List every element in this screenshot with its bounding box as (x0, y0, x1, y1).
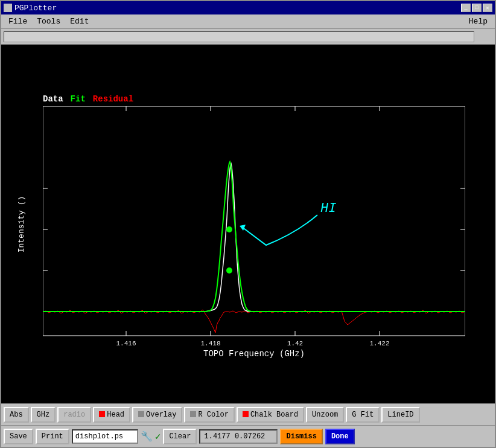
gfit-button[interactable]: G Fit (346, 407, 380, 423)
title-bar: PGPlotter _ □ ✕ (1, 1, 495, 14)
menu-file[interactable]: File (4, 16, 32, 27)
menu-edit[interactable]: Edit (65, 16, 94, 27)
window-title: PGPlotter (14, 4, 57, 13)
bottom-toolbar-1: Abs GHz radio Head Overlay R Color Chalk… (1, 403, 495, 425)
done-button[interactable]: Done (325, 429, 355, 444)
lineid-button[interactable]: LineID (381, 407, 419, 423)
x-axis-label: TOPO Frequency (GHz) (203, 349, 305, 359)
coord-display: 1.4177 0.07262 (199, 429, 278, 444)
dismiss-button[interactable]: Dismiss (280, 429, 322, 444)
chalkboard-indicator (243, 411, 249, 417)
plot-container: Intensity () (19, 88, 477, 360)
toolbar-strip (1, 29, 495, 45)
overlay-button[interactable]: Overlay (132, 407, 182, 423)
legend-data: Data (43, 94, 63, 104)
plot-legend: Data Fit Residual (43, 94, 133, 104)
rcolor-indicator (190, 411, 196, 417)
svg-text:1.42: 1.42 (287, 340, 303, 347)
print-button[interactable]: Print (36, 429, 69, 444)
svg-text:1.418: 1.418 (200, 340, 220, 347)
unzoom-button[interactable]: Unzoom (306, 407, 344, 423)
legend-fit: Fit (71, 94, 86, 104)
menu-bar: File Tools Edit Help (1, 14, 495, 29)
svg-point-27 (226, 267, 232, 274)
radio-button[interactable]: radio (57, 407, 91, 423)
head-button[interactable]: Head (93, 407, 130, 423)
close-button[interactable]: ✕ (483, 4, 492, 12)
maximize-button[interactable]: □ (472, 4, 482, 12)
svg-rect-0 (43, 106, 465, 336)
y-axis-label: Intensity () (17, 196, 27, 252)
app-icon (4, 4, 12, 12)
clear-button[interactable]: Clear (163, 429, 197, 444)
plot-svg: 0 0.02 0.04 0.06 1.416 1.418 1.42 1.422 (43, 106, 465, 360)
minimize-button[interactable]: _ (461, 4, 471, 12)
check-icon[interactable]: ✓ (155, 430, 161, 443)
chalkboard-button[interactable]: Chalk Board (237, 407, 304, 423)
abs-button[interactable]: Abs (4, 407, 29, 423)
bottom-toolbar-2: Save Print 🔧 ✓ Clear 1.4177 0.07262 Dism… (1, 425, 495, 447)
overlay-indicator (138, 411, 144, 417)
filename-input[interactable] (72, 429, 138, 444)
legend-residual: Residual (93, 94, 133, 104)
ghz-button[interactable]: GHz (31, 407, 56, 423)
svg-point-26 (226, 226, 232, 232)
head-indicator (99, 411, 105, 417)
svg-text:HI: HI (320, 201, 336, 216)
plot-area: Intensity () (1, 45, 495, 403)
rcolor-button[interactable]: R Color (184, 407, 234, 423)
svg-text:1.416: 1.416 (116, 340, 136, 347)
save-button[interactable]: Save (4, 429, 33, 444)
menu-help[interactable]: Help (464, 16, 492, 27)
wrench-icon[interactable]: 🔧 (141, 430, 153, 443)
svg-text:1.422: 1.422 (369, 340, 389, 347)
menu-tools[interactable]: Tools (32, 16, 65, 27)
main-window: PGPlotter _ □ ✕ File Tools Edit Help Int… (0, 0, 496, 448)
